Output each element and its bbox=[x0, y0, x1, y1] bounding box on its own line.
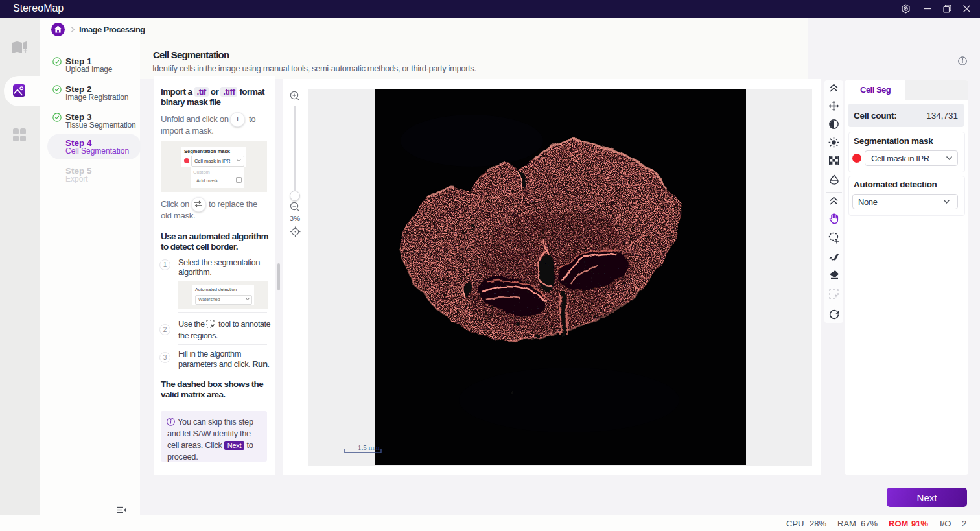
svg-text:1.5 mm: 1.5 mm bbox=[358, 443, 380, 451]
